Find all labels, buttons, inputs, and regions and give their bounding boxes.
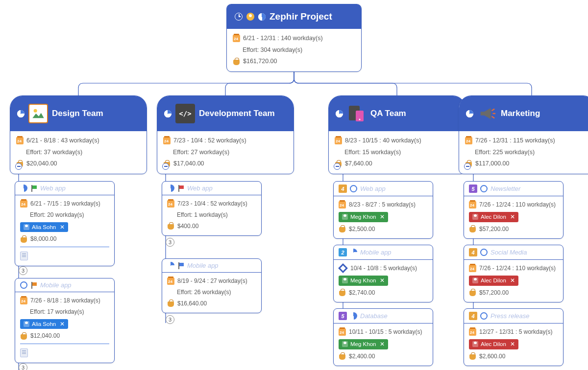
team-node-dev[interactable]: </> Development Team 7/23 - 10/4 : 52 wo…	[157, 95, 294, 174]
task-node[interactable]: 4 Press release 12/27 - 12/31 : 5 workda…	[464, 308, 564, 366]
team-dates: 7/23 - 10/4 : 52 workday(s)	[173, 137, 246, 145]
pie-icon	[350, 312, 357, 320]
team-effort: Effort: 225 workday(s)	[475, 148, 535, 157]
money-bag-icon	[167, 222, 174, 230]
priority-badge: 5	[469, 185, 477, 193]
calendar-icon	[167, 200, 174, 208]
task-node[interactable]: 4 Social Media 7/26 - 12/24 : 110 workda…	[464, 245, 564, 302]
pie-icon	[336, 110, 343, 117]
clock-icon	[235, 13, 243, 21]
task-body: 6/21 - 7/15 : 19 workday(s) Effort: 20 w…	[15, 195, 114, 266]
pie-icon	[20, 281, 27, 289]
child-count-badge[interactable]: 3	[166, 238, 174, 247]
remove-icon[interactable]: ✕	[510, 277, 515, 285]
task-title: Mobile app	[187, 262, 219, 269]
task-node[interactable]: 5 Newsletter 7/26 - 12/24 : 110 workday(…	[464, 181, 564, 239]
milestone-icon	[338, 263, 348, 273]
child-count-badge[interactable]: 3	[166, 315, 174, 324]
pie-icon	[17, 110, 24, 117]
task-node[interactable]: Web app 6/21 - 7/15 : 19 workday(s) Effo…	[15, 181, 115, 266]
pie-icon	[258, 13, 266, 21]
calendar-icon	[20, 200, 27, 208]
task-dates: 10/11 - 10/15 : 5 workday(s)	[349, 328, 422, 336]
money-bag-icon	[339, 352, 346, 360]
avatar-icon	[24, 224, 29, 230]
team-node-market[interactable]: Marketing 7/26 - 12/31 : 115 workday(s) …	[459, 95, 588, 174]
note-icon[interactable]	[20, 348, 28, 357]
pie-icon	[480, 249, 488, 256]
task-title: Mobile app	[40, 281, 72, 289]
task-dates: 8/23 - 8/27 : 5 workday(s)	[349, 201, 416, 209]
avatar-icon	[342, 278, 348, 283]
child-count-badge[interactable]: 3	[19, 266, 27, 275]
note-icon[interactable]	[20, 252, 28, 260]
task-node[interactable]: Mobile app 7/26 - 8/18 : 18 workday(s) E…	[15, 278, 115, 363]
team-header: Marketing	[459, 96, 588, 131]
assignee-chip[interactable]: Alia Sohn✕	[20, 222, 68, 232]
task-node[interactable]: 2 Mobile app 10/4 - 10/8 : 5 workday(s) …	[333, 245, 433, 302]
remove-icon[interactable]: ✕	[510, 213, 515, 221]
team-header: QA Team	[329, 96, 465, 131]
task-effort: Effort: 26 workday(s)	[177, 288, 231, 297]
devices-icon	[347, 104, 367, 123]
remove-icon[interactable]: ✕	[380, 277, 385, 285]
remove-icon[interactable]: ✕	[60, 320, 65, 328]
root-title: Zephir Project	[270, 11, 332, 22]
remove-icon[interactable]: ✕	[380, 213, 385, 221]
root-node[interactable]: Zephir Project 6/21 - 12/31 : 140 workda…	[226, 4, 362, 72]
remove-icon[interactable]: ✕	[380, 340, 385, 348]
money-bag-icon	[469, 289, 476, 296]
team-dates: 6/21 - 8/18 : 43 workday(s)	[26, 137, 99, 145]
assignee-chip[interactable]: Meg Khon✕	[339, 276, 388, 286]
flag-icon	[30, 282, 37, 289]
team-node-design[interactable]: Design Team 6/21 - 8/18 : 43 workday(s) …	[10, 95, 147, 174]
task-header: 5 Database	[334, 309, 433, 323]
task-cost: $16,640.00	[177, 300, 207, 308]
task-header: 4 Social Media	[464, 245, 563, 259]
assignee-chip[interactable]: Alia Sohn✕	[20, 319, 68, 329]
task-effort: Effort: 20 workday(s)	[30, 211, 84, 219]
task-cost: $12,040.00	[30, 332, 60, 340]
task-node[interactable]: Web app 7/23 - 10/4 : 52 workday(s) Effo…	[162, 181, 262, 236]
task-node[interactable]: 5 Database 10/11 - 10/15 : 5 workday(s) …	[333, 308, 433, 366]
assignee-chip[interactable]: Meg Khon✕	[339, 339, 388, 349]
team-cost: $17,040.00	[173, 160, 204, 168]
task-cost: $2,740.00	[349, 289, 375, 297]
team-title: Development Team	[199, 109, 275, 118]
task-header: 5 Newsletter	[464, 182, 563, 196]
assignee-chip[interactable]: Alec Dilon✕	[469, 212, 518, 222]
remove-icon[interactable]: ✕	[60, 223, 65, 231]
pie-icon	[164, 110, 172, 117]
team-body: 8/23 - 10/15 : 40 workday(s) Effort: 15 …	[329, 131, 465, 174]
money-bag-icon	[233, 58, 240, 65]
calendar-icon	[167, 278, 174, 285]
root-dates: 6/21 - 12/31 : 140 workday(s)	[243, 34, 323, 43]
task-dates: 7/23 - 10/4 : 52 workday(s)	[177, 200, 247, 208]
collapse-toggle[interactable]	[464, 163, 471, 170]
task-header: Web app	[162, 182, 261, 195]
team-node-qa[interactable]: QA Team 8/23 - 10/15 : 40 workday(s) Eff…	[328, 95, 466, 174]
calendar-icon	[339, 201, 346, 208]
collapse-toggle[interactable]	[15, 163, 22, 170]
team-effort: Effort: 37 workday(s)	[26, 148, 82, 157]
money-bag-icon	[469, 225, 476, 232]
task-node[interactable]: Mobile app 8/19 - 9/24 : 27 workday(s) E…	[162, 258, 262, 313]
task-header: 2 Mobile app	[334, 245, 433, 259]
svg-point-3	[359, 119, 361, 120]
collapse-toggle[interactable]	[162, 163, 169, 170]
task-node[interactable]: 4 Web app 8/23 - 8/27 : 5 workday(s) Meg…	[333, 181, 433, 239]
avatar-icon	[342, 214, 348, 220]
task-title: Web app	[360, 185, 386, 192]
task-body: 10/4 - 10/8 : 5 workday(s) Meg Khon✕ $2,…	[334, 259, 433, 302]
money-bag-icon	[167, 300, 174, 307]
assignee-chip[interactable]: Meg Khon✕	[339, 212, 388, 222]
avatar-icon	[342, 341, 348, 347]
assignee-chip[interactable]: Alec Dilon✕	[469, 339, 518, 349]
task-header: 4 Press release	[464, 309, 563, 323]
remove-icon[interactable]: ✕	[510, 340, 515, 348]
collapse-toggle[interactable]	[334, 163, 341, 170]
team-header: </> Development Team	[157, 96, 294, 131]
assignee-chip[interactable]: Alec Dilon✕	[469, 276, 518, 286]
child-count-badge[interactable]: 3	[19, 363, 27, 370]
calendar-icon	[465, 137, 472, 144]
